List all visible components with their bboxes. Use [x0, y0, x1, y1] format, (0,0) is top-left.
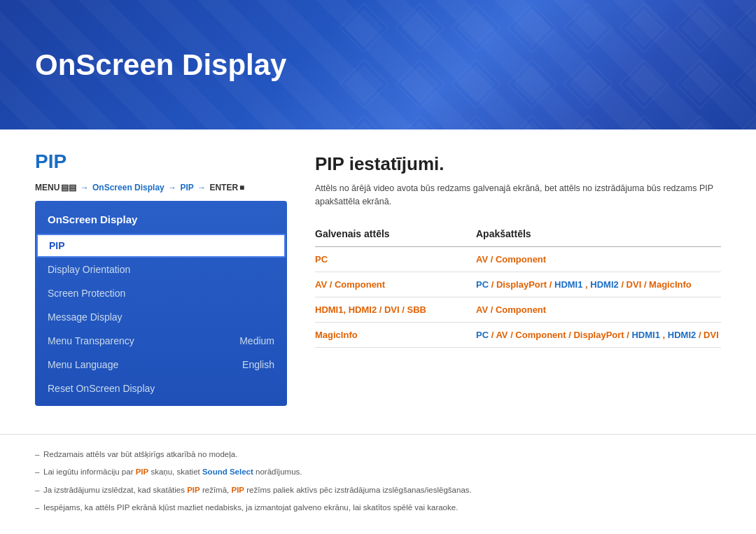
menu-item-menu-transparency[interactable]: Menu Transparency Medium: [35, 329, 287, 353]
table-cell-main: PC: [315, 246, 476, 272]
table-cell-sub: PC / DisplayPort / HDMI1 , HDMI2 / DVI /…: [476, 272, 721, 297]
table-header-main: Galvenais attēls: [315, 223, 476, 247]
note-item-4: Iespējams, ka attēls PIP ekrānā kļūst ma…: [35, 502, 721, 514]
menu-item-menu-transparency-value: Medium: [239, 335, 274, 346]
note-item-2: Lai iegūtu informāciju par PIP skaņu, sk…: [35, 466, 721, 478]
table-cell-sub: AV / Component: [476, 246, 721, 272]
menu-item-pip-label: PIP: [49, 240, 65, 251]
main-content: PIP MENU ▤▤ → OnScreen Display → PIP → E…: [0, 129, 756, 427]
sub-value-orange6: / DVI: [699, 330, 719, 340]
pip-section-title: PIP: [35, 150, 287, 173]
sub-value: AV / Component: [476, 304, 546, 315]
table-cell-main: AV / Component: [315, 272, 476, 297]
menu-item-menu-language[interactable]: Menu Language English: [35, 353, 287, 377]
menu-item-reset-onscreen[interactable]: Reset OnScreen Display: [35, 377, 287, 400]
note-item-1: Redzamais attēls var būt atšķirīgs atkar…: [35, 449, 721, 461]
sub-value-blue5: HDMI1: [631, 330, 659, 340]
diamond-pattern: [336, 0, 756, 129]
sub-value-blue3: HDMI2: [590, 279, 618, 290]
osd-menu-box: OnScreen Display PIP Display Orientation…: [35, 201, 287, 406]
menu-path-menu: MENU: [35, 183, 59, 192]
content-title: PIP iestatījumi.: [315, 153, 721, 175]
page-title: OnScreen Display: [35, 48, 286, 82]
notes-section: Redzamais attēls var būt atšķirīgs atkar…: [0, 434, 756, 533]
note-sound-select-highlight: Sound Select: [202, 468, 253, 476]
menu-item-screen-protection-label: Screen Protection: [48, 288, 125, 299]
sub-value-blue4: PC: [476, 330, 489, 340]
menu-item-menu-language-value: English: [242, 359, 274, 370]
content-description: Attēls no ārējā video avota būs redzams …: [315, 182, 721, 209]
sub-value-orange3: / DVI / MagicInfo: [621, 279, 691, 290]
table-row: AV / Component PC / DisplayPort / HDMI1 …: [315, 272, 721, 297]
menu-item-screen-protection[interactable]: Screen Protection: [35, 281, 287, 305]
note-pip-highlight3: PIP: [231, 486, 244, 494]
sub-value-orange4: / AV / Component / DisplayPort /: [491, 330, 632, 340]
osd-menu-title: OnScreen Display: [35, 206, 287, 234]
table-cell-sub: AV / Component: [476, 297, 721, 322]
menu-item-message-display-label: Message Display: [48, 311, 122, 323]
pip-table: Galvenais attēls Apakšattēls PC AV / Com…: [315, 223, 721, 348]
menu-item-display-orientation-label: Display Orientation: [48, 264, 130, 275]
table-header-sub: Apakšattēls: [476, 223, 721, 247]
table-cell-main: HDMI1, HDMI2 / DVI / SBB: [315, 297, 476, 322]
menu-path-icon1: ▤▤: [61, 183, 76, 192]
table-row: MagicInfo PC / AV / Component / DisplayP…: [315, 322, 721, 347]
menu-item-display-orientation[interactable]: Display Orientation: [35, 258, 287, 281]
menu-path: MENU ▤▤ → OnScreen Display → PIP → ENTER…: [35, 183, 287, 192]
menu-item-menu-transparency-label: Menu Transparency: [48, 335, 134, 346]
note-pip-highlight: PIP: [136, 468, 149, 476]
sub-value: AV / Component: [476, 254, 546, 265]
sub-value-orange5: ,: [663, 330, 668, 340]
menu-item-message-display[interactable]: Message Display: [35, 305, 287, 329]
menu-path-arrow1: →: [78, 183, 91, 192]
note-pip-highlight2: PIP: [187, 486, 200, 494]
menu-item-menu-language-label: Menu Language: [48, 359, 118, 370]
menu-path-enter: ENTER: [209, 183, 238, 192]
menu-path-icon2: ■: [239, 183, 244, 192]
menu-path-arrow2: →: [166, 183, 179, 192]
menu-item-pip[interactable]: PIP: [36, 234, 286, 258]
left-column: PIP MENU ▤▤ → OnScreen Display → PIP → E…: [35, 150, 287, 406]
table-row: HDMI1, HDMI2 / DVI / SBB AV / Component: [315, 297, 721, 322]
svg-rect-2: [336, 0, 756, 129]
menu-item-reset-onscreen-label: Reset OnScreen Display: [48, 383, 155, 394]
sub-value-blue6: HDMI2: [668, 330, 696, 340]
menu-path-item1: OnScreen Display: [92, 183, 164, 192]
table-row: PC AV / Component: [315, 246, 721, 272]
menu-path-arrow3: →: [195, 183, 209, 192]
sub-value-blue2: HDMI1: [554, 279, 582, 290]
right-column: PIP iestatījumi. Attēls no ārējā video a…: [315, 150, 721, 406]
sub-value-blue1: PC: [476, 279, 489, 290]
table-cell-main: MagicInfo: [315, 322, 476, 347]
menu-path-item2: PIP: [180, 183, 193, 192]
header-banner: OnScreen Display: [0, 0, 756, 129]
sub-value-orange1: / DisplayPort /: [491, 279, 554, 290]
table-cell-sub: PC / AV / Component / DisplayPort / HDMI…: [476, 322, 721, 347]
note-item-3: Ja izstrādājumu izslēdzat, kad skatāties…: [35, 484, 721, 496]
